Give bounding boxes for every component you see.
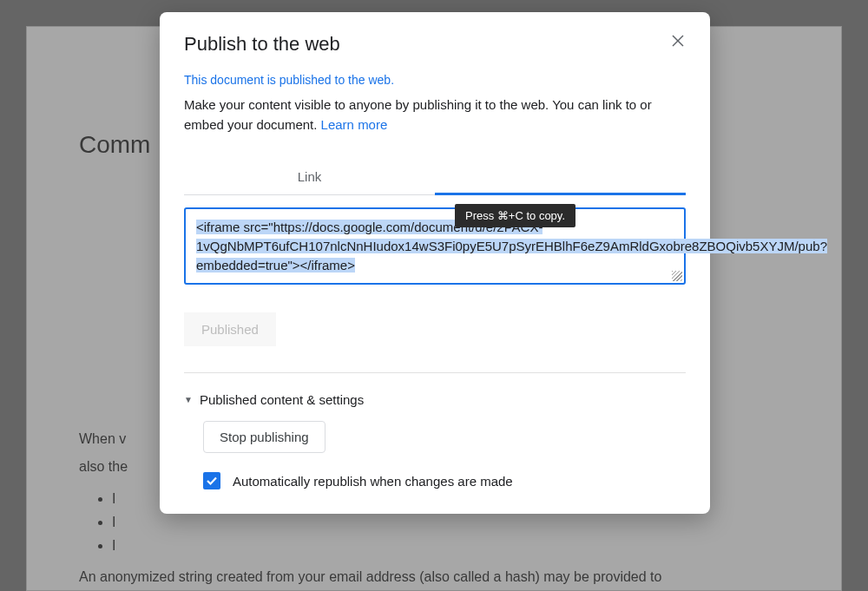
embed-code-textarea[interactable]: <iframe src="https://docs.google.com/doc… [184, 207, 686, 285]
tab-embed[interactable]: Embed [435, 161, 686, 194]
settings-toggle[interactable]: ▼ Published content & settings [184, 392, 686, 407]
published-button: Published [184, 312, 276, 346]
divider [184, 372, 686, 373]
learn-more-link[interactable]: Learn more [321, 117, 388, 132]
published-status-link[interactable]: This document is published to the web. [184, 73, 686, 87]
resize-handle-icon[interactable] [672, 271, 682, 281]
desc-text: Make your content visible to anyone by p… [184, 97, 652, 132]
auto-republish-checkbox[interactable] [203, 472, 220, 489]
dialog-description: Make your content visible to anyone by p… [184, 95, 686, 135]
copy-tooltip: Press ⌘+C to copy. [455, 204, 575, 227]
dialog-title: Publish to the web [184, 33, 340, 56]
auto-republish-label: Automatically republish when changes are… [233, 474, 513, 489]
close-icon[interactable] [670, 33, 686, 49]
caret-down-icon: ▼ [184, 395, 193, 404]
tab-indicator [435, 193, 686, 195]
settings-header-label: Published content & settings [200, 392, 364, 407]
tab-link[interactable]: Link [184, 161, 435, 194]
publish-dialog: Publish to the web This document is publ… [160, 12, 710, 514]
stop-publishing-button[interactable]: Stop publishing [203, 421, 326, 453]
tabs: Link Embed [184, 161, 686, 195]
